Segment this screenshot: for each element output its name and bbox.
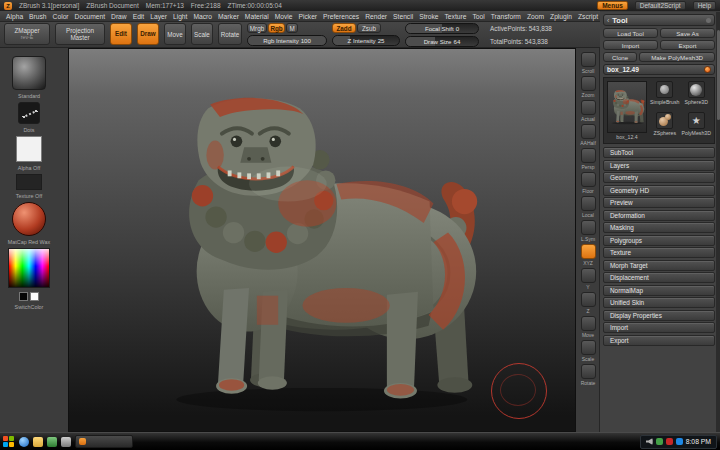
tool-item-sphere3d[interactable]: Sphere3D	[682, 81, 712, 110]
texture-thumbnail[interactable]	[16, 174, 42, 190]
focal-shift-slider[interactable]: Focal Shift 0	[405, 23, 479, 34]
section-morph-target[interactable]: Morph Target	[603, 260, 715, 271]
clone-button[interactable]: Clone	[603, 52, 637, 62]
draw-size-slider[interactable]: Draw Size 64	[405, 36, 479, 47]
z-axis-button[interactable]: Z	[581, 292, 596, 314]
menu-tool[interactable]: Tool	[472, 13, 484, 20]
brush-thumbnail[interactable]	[12, 56, 46, 90]
move-button[interactable]: Move	[164, 23, 186, 45]
section-export[interactable]: Export	[603, 335, 715, 346]
tool-palette-header[interactable]: ‹ Tool	[603, 14, 715, 26]
update-icon[interactable]	[666, 438, 673, 445]
tool-item-zspheres[interactable]: ZSpheres	[650, 112, 680, 141]
menu-brush[interactable]: Brush	[29, 13, 46, 20]
document-canvas[interactable]	[68, 48, 576, 432]
section-displacement[interactable]: Displacement	[603, 272, 715, 283]
restore-config-icon[interactable]	[704, 66, 711, 73]
lsym-button[interactable]: L.Sym	[581, 220, 596, 242]
current-tool-row[interactable]: box_12.49	[603, 64, 715, 75]
move-nav-button[interactable]: Move	[581, 316, 596, 338]
menu-preferences[interactable]: Preferences	[323, 13, 359, 20]
menu-layer[interactable]: Layer	[150, 13, 167, 20]
actual-button[interactable]: Actual	[581, 100, 596, 122]
menu-document[interactable]: Document	[75, 13, 105, 20]
zadd-button[interactable]: Zadd	[332, 23, 356, 33]
section-geometry[interactable]: Geometry	[603, 172, 715, 183]
menu-movie[interactable]: Movie	[275, 13, 293, 20]
menu-material[interactable]: Material	[245, 13, 269, 20]
floor-button[interactable]: Floor	[581, 172, 596, 194]
show-desktop-icon[interactable]	[61, 437, 71, 447]
section-preview[interactable]: Preview	[603, 197, 715, 208]
section-normalmap[interactable]: NormalMap	[603, 285, 715, 296]
tool-item-polymesh3d[interactable]: ★ PolyMesh3D	[682, 112, 712, 141]
menu-transform[interactable]: Transform	[491, 13, 521, 20]
section-geometry-hd[interactable]: Geometry HD	[603, 185, 715, 196]
menu-picker[interactable]: Picker	[299, 13, 318, 20]
export-button[interactable]: Export	[660, 40, 715, 50]
menu-alpha[interactable]: Alpha	[6, 13, 23, 20]
folder-quicklaunch-icon[interactable]	[33, 437, 43, 447]
persp-button[interactable]: Persp	[581, 148, 596, 170]
section-display-properties[interactable]: Display Properties	[603, 310, 715, 321]
media-quicklaunch-icon[interactable]	[47, 437, 57, 447]
switch-color-button[interactable]: SwitchColor	[15, 304, 44, 310]
scale-nav-button[interactable]: Scale	[581, 340, 596, 362]
menu-draw[interactable]: Draw	[111, 13, 127, 20]
edit-mode-button[interactable]: Edit	[110, 23, 132, 45]
menu-texture[interactable]: Texture	[445, 13, 467, 20]
projection-master-button[interactable]: Projection Master	[55, 23, 105, 45]
help-button[interactable]: Help	[693, 1, 716, 10]
xyz-button[interactable]: XYZ	[581, 244, 596, 266]
color-picker[interactable]	[8, 248, 50, 288]
menu-stroke[interactable]: Stroke	[419, 13, 438, 20]
scale-button[interactable]: Scale	[191, 23, 213, 45]
menu-light[interactable]: Light	[173, 13, 188, 20]
aahalf-button[interactable]: AAHalf	[580, 124, 596, 146]
menu-zplugin[interactable]: Zplugin	[550, 13, 572, 20]
section-polygroups[interactable]: Polygroups	[603, 235, 715, 246]
rgb-button[interactable]: Rgb	[268, 23, 285, 33]
rgb-intensity-slider[interactable]: Rgb Intensity 100	[247, 35, 327, 46]
menu-macro[interactable]: Macro	[193, 13, 212, 20]
import-button[interactable]: Import	[603, 40, 658, 50]
antivirus-icon[interactable]	[656, 438, 663, 445]
load-tool-button[interactable]: Load Tool	[603, 28, 658, 38]
menu-render[interactable]: Render	[365, 13, 387, 20]
m-button[interactable]: M	[286, 23, 298, 33]
rotate-nav-button[interactable]: Rotate	[581, 364, 596, 386]
y-axis-button[interactable]: Y	[581, 268, 596, 290]
rotate-button[interactable]: Rotate	[218, 23, 242, 45]
menu-marker[interactable]: Marker	[218, 13, 239, 20]
zmapper-button[interactable]: ZMapper rev-E	[4, 23, 50, 45]
taskbar-app-button[interactable]	[75, 435, 133, 448]
main-color-swatch[interactable]	[19, 292, 28, 301]
current-tool-thumbnail[interactable]	[607, 81, 647, 133]
section-masking[interactable]: Masking	[603, 222, 715, 233]
save-as-button[interactable]: Save As	[660, 28, 715, 38]
zoom-button[interactable]: Zoom	[581, 76, 596, 98]
local-button[interactable]: Local	[581, 196, 596, 218]
draw-mode-button[interactable]: Draw	[137, 23, 159, 45]
stroke-thumbnail[interactable]	[18, 102, 40, 124]
browser-quicklaunch-icon[interactable]	[19, 437, 29, 447]
z-intensity-slider[interactable]: Z Intensity 25	[332, 35, 400, 46]
network-icon[interactable]	[676, 438, 683, 445]
section-deformation[interactable]: Deformation	[603, 210, 715, 221]
section-import[interactable]: Import	[603, 322, 715, 333]
menu-edit[interactable]: Edit	[133, 13, 145, 20]
tool-palette-scrollbar[interactable]	[716, 12, 720, 432]
tool-item-simplebrush[interactable]: SimpleBrush	[650, 81, 680, 110]
alpha-thumbnail[interactable]	[16, 136, 42, 162]
secondary-color-swatch[interactable]	[30, 292, 39, 301]
volume-icon[interactable]	[646, 438, 653, 445]
section-unified-skin[interactable]: Unified Skin	[603, 297, 715, 308]
start-button[interactable]	[3, 436, 15, 448]
section-texture[interactable]: Texture	[603, 247, 715, 258]
menu-zoom[interactable]: Zoom	[527, 13, 544, 20]
zsub-button[interactable]: Zsub	[357, 23, 381, 33]
material-thumbnail[interactable]	[12, 202, 46, 236]
default-zscript-button[interactable]: Default2Script	[635, 1, 686, 10]
menu-color[interactable]: Color	[53, 13, 69, 20]
make-polymesh3d-button[interactable]: Make PolyMesh3D	[639, 52, 715, 62]
